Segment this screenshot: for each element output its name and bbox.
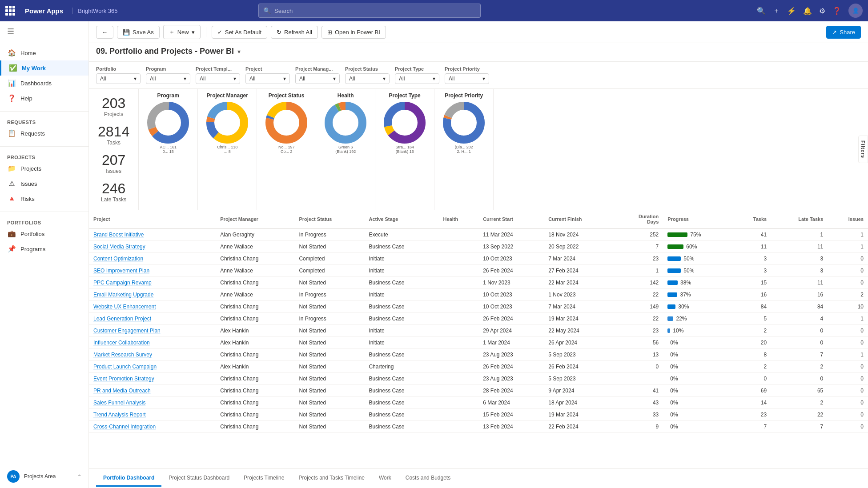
sidebar-item-home[interactable]: 🏠 Home (0, 45, 88, 60)
project-link[interactable]: Content Optimization (93, 256, 143, 262)
help-icon[interactable]: ❓ (832, 7, 841, 15)
tab-projects-timeline[interactable]: Projects Timeline (237, 470, 291, 487)
cell-stage: Initiate (364, 253, 438, 265)
tab-work[interactable]: Work (372, 470, 398, 487)
project-link[interactable]: Website UX Enhancement (93, 304, 156, 310)
project-link[interactable]: Influencer Collaboration (93, 340, 150, 346)
progress-cell: 0% (667, 424, 729, 430)
project-link[interactable]: PR and Media Outreach (93, 388, 151, 394)
table-row: SEO Improvement Plan Anne Wallace Comple… (89, 265, 868, 277)
table-row: Customer Engagement Plan Alex Hankin Not… (89, 325, 868, 337)
open-in-powerbi-button[interactable]: ⊞ Open in Power BI (321, 26, 386, 39)
col-stage[interactable]: Active Stage (364, 210, 438, 228)
col-late-tasks[interactable]: Late Tasks (771, 210, 828, 228)
cell-progress: 0% (663, 361, 734, 373)
cell-status: Not Started (294, 325, 364, 337)
tab-projects-tasks-timeline[interactable]: Projects and Tasks Timeline (291, 470, 372, 487)
new-button[interactable]: ＋ New ▾ (163, 25, 201, 39)
cell-manager: Anne Wallace (216, 289, 294, 301)
sidebar-item-issues[interactable]: ⚠ Issues (0, 176, 88, 191)
project-link[interactable]: Lead Generation Project (93, 316, 151, 322)
filter-type-select[interactable]: All▾ (395, 73, 439, 84)
col-health[interactable]: Health (439, 210, 479, 228)
col-start[interactable]: Current Start (478, 210, 544, 228)
set-as-default-button[interactable]: ✓ Set As Default (212, 26, 267, 39)
col-status[interactable]: Project Status (294, 210, 364, 228)
filter-status-select[interactable]: All▾ (345, 73, 390, 84)
progress-value: 0% (670, 376, 678, 382)
sidebar-bottom[interactable]: PA Projects Area ⌃ (0, 465, 88, 488)
project-link[interactable]: Cross-Channel Integration (93, 424, 156, 430)
filter-topbar-icon[interactable]: ⚡ (787, 7, 796, 15)
cell-project: PPC Campaign Revamp (89, 277, 216, 289)
cell-finish: 26 Feb 2024 (544, 361, 615, 373)
cell-tasks: 84 (734, 301, 771, 313)
cell-manager: Alex Hankin (216, 337, 294, 349)
col-progress[interactable]: Progress (663, 210, 734, 228)
app-name: Power Apps (25, 7, 63, 15)
filter-program-select[interactable]: All▾ (146, 73, 190, 84)
col-tasks[interactable]: Tasks (734, 210, 771, 228)
filter-project-select[interactable]: All▾ (245, 73, 290, 84)
sidebar-item-dashboards[interactable]: 📊 Dashboards (0, 76, 88, 91)
search-input[interactable] (274, 8, 476, 14)
tab-project-status-dashboard[interactable]: Project Status Dashboard (161, 470, 237, 487)
save-as-button[interactable]: 💾 Save As (117, 26, 160, 39)
filters-panel-button[interactable]: Filters (858, 136, 868, 163)
project-link[interactable]: Event Promotion Strategy (93, 376, 154, 382)
search-bar[interactable]: 🔍 (258, 4, 481, 18)
back-button[interactable]: ← (96, 26, 113, 39)
project-link[interactable]: Customer Engagement Plan (93, 328, 161, 334)
col-issues[interactable]: Issues (828, 210, 868, 228)
tab-costs-budgets[interactable]: Costs and Budgets (398, 470, 458, 487)
share-button[interactable]: ↗ Share (826, 26, 861, 39)
cell-issues: 1 (828, 349, 868, 361)
cell-finish: 20 Sep 2022 (544, 241, 615, 253)
project-link[interactable]: Email Marketing Upgrade (93, 292, 153, 298)
progress-value: 60% (686, 244, 697, 250)
search-topbar-icon[interactable]: 🔍 (757, 7, 766, 15)
cell-stage: Business Case (364, 313, 438, 325)
col-project[interactable]: Project (89, 210, 216, 228)
cell-finish: 19 Mar 2024 (544, 409, 615, 421)
project-link[interactable]: Social Media Strategy (93, 244, 145, 250)
hamburger-icon[interactable]: ☰ (0, 21, 88, 42)
gear-icon[interactable]: ⚙ (819, 7, 825, 15)
progress-cell: 38% (667, 280, 729, 286)
add-icon[interactable]: ＋ (773, 6, 780, 16)
chart-priority-donut (442, 100, 486, 145)
project-link[interactable]: SEO Improvement Plan (93, 268, 149, 274)
project-link[interactable]: Trend Analysis Report (93, 412, 146, 418)
tab-portfolio-dashboard[interactable]: Portfolio Dashboard (96, 470, 161, 487)
col-finish[interactable]: Current Finish (544, 210, 615, 228)
sidebar-item-requests[interactable]: 📋 Requests (0, 126, 88, 141)
page-title: 09. Portfolio and Projects - Power BI (96, 47, 234, 56)
filter-manager-select[interactable]: All▾ (295, 73, 340, 84)
data-table-container[interactable]: Project Project Manager Project Status A… (89, 210, 868, 468)
cell-start: 6 Mar 2024 (478, 397, 544, 409)
sidebar-item-mywork[interactable]: ✅ My Work (0, 60, 88, 76)
project-link[interactable]: PPC Campaign Revamp (93, 280, 152, 286)
sidebar-item-risks[interactable]: 🔺 Risks (0, 191, 88, 206)
grid-menu-button[interactable] (5, 6, 15, 16)
chart-status: Project Status No... 197 Co... 2 (257, 89, 316, 210)
avatar[interactable]: 👤 (848, 4, 863, 18)
cell-health (439, 253, 479, 265)
project-link[interactable]: Product Launch Campaign (93, 364, 157, 370)
cell-finish: 18 Apr 2024 (544, 397, 615, 409)
page-title-chevron-icon[interactable]: ▾ (237, 48, 241, 55)
sidebar-item-programs[interactable]: 📌 Programs (0, 241, 88, 256)
filter-priority-select[interactable]: All▾ (445, 73, 489, 84)
col-duration[interactable]: DurationDays (615, 210, 663, 228)
refresh-all-button[interactable]: ↻ Refresh All (271, 26, 318, 39)
filter-portfolio-select[interactable]: All▾ (96, 73, 141, 84)
sidebar-item-help[interactable]: ❓ Help (0, 91, 88, 106)
sidebar-item-portfolios[interactable]: 💼 Portfolios (0, 226, 88, 241)
project-link[interactable]: Brand Boost Initiative (93, 232, 144, 238)
filter-template-select[interactable]: All▾ (196, 73, 240, 84)
project-link[interactable]: Sales Funnel Analysis (93, 400, 145, 406)
col-manager[interactable]: Project Manager (216, 210, 294, 228)
project-link[interactable]: Market Research Survey (93, 352, 152, 358)
sidebar-item-projects[interactable]: 📁 Projects (0, 161, 88, 176)
bell-icon[interactable]: 🔔 (803, 7, 812, 15)
